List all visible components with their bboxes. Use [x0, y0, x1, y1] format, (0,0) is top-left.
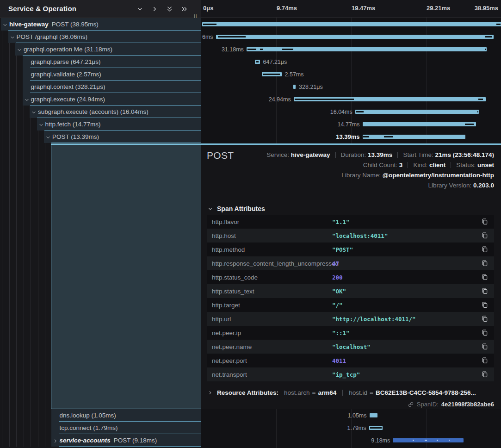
attribute-row: http.url "http://localhost:4011/" [207, 312, 494, 326]
span-tree-row[interactable]: tcp.connect (1.79ms) [0, 422, 201, 434]
span-duration-bar[interactable] [293, 85, 296, 89]
span-attributes-accordion[interactable]: Span Attributes [208, 205, 265, 212]
span-row-surface: graphql.operation Me (31.18ms) [15, 43, 201, 56]
copy-icon[interactable] [481, 301, 489, 309]
expand-chevron-icon[interactable] [17, 46, 22, 52]
expand-chevron-icon[interactable] [53, 437, 58, 443]
copy-icon[interactable] [481, 260, 489, 267]
span-duration-bar[interactable] [255, 60, 260, 64]
child-span-tick [218, 36, 246, 37]
collapse-one-chevron-down-icon[interactable] [136, 6, 143, 12]
span-row-text: POST /graphql (36.06ms) [17, 31, 88, 43]
duration-value: 13.39ms [368, 151, 392, 158]
copy-icon[interactable] [481, 274, 489, 281]
span-tree-row[interactable]: graphql.context (328.21μs) [0, 81, 201, 93]
span-timeline-row[interactable]: 1.79ms [201, 422, 501, 434]
attribute-row: net.transport "ip_tcp" [207, 367, 494, 381]
span-operation-label: subgraph.execute (accounts) (16.04ms) [38, 108, 148, 115]
expand-chevron-icon[interactable] [24, 96, 30, 102]
detail-meta-line-2: Child Count: 3Kind: clientStatus: unset [266, 160, 494, 170]
span-tree-panel: hive-gateway POST (38.95ms) POST /graphq… [0, 0, 201, 448]
copy-icon[interactable] [481, 343, 489, 350]
expand-all-double-chevron-right-icon[interactable] [181, 6, 188, 12]
span-timeline-row[interactable]: 24.94ms [201, 93, 501, 106]
span-duration-bar[interactable] [369, 426, 383, 430]
equals-sign: = [370, 389, 373, 396]
span-tree-row[interactable]: dns.lookup (1.05ms) [0, 409, 201, 422]
copy-icon[interactable] [481, 329, 489, 336]
span-duration-bar[interactable] [247, 47, 487, 51]
span-tree-row[interactable]: POST (13.39ms) [0, 131, 201, 143]
span-timeline-row[interactable]: 14.77ms [201, 118, 501, 131]
span-duration-bar[interactable] [355, 110, 479, 114]
span-timeline-row[interactable]: 2.57ms [201, 68, 501, 81]
span-duration-bar[interactable] [363, 122, 476, 126]
span-tree-row[interactable]: subgraph.execute (accounts) (16.04ms) [0, 106, 201, 118]
span-timeline-row[interactable]: 6ms [201, 31, 501, 43]
attribute-row: http.target "/" [207, 298, 494, 312]
copy-icon[interactable] [481, 218, 489, 225]
span-timeline-row[interactable]: 13.39ms [201, 131, 501, 143]
kind-label: Kind: [413, 162, 427, 168]
span-timeline-row[interactable]: 328.21μs [201, 81, 501, 93]
span-duration-bar[interactable] [294, 97, 486, 101]
span-row-text: graphql.parse (647.21μs) [31, 56, 101, 68]
attribute-key: http.status_code [207, 274, 332, 281]
copy-icon[interactable] [481, 315, 489, 323]
span-row-surface: service-accounts POST (9.18ms) [51, 434, 201, 447]
span-row-text: hive-gateway POST (38.95ms) [9, 18, 99, 30]
span-duration-bar[interactable] [363, 135, 466, 139]
span-timeline-row[interactable]: 9.18ms [201, 434, 501, 447]
axis-tick-label: 0μs [203, 5, 213, 12]
expand-one-chevron-right-icon[interactable] [151, 6, 158, 12]
span-tree-row[interactable]: service-accounts POST (9.18ms) [0, 434, 201, 447]
span-operation-label: POST /graphql (36.06ms) [17, 33, 88, 40]
resource-value: BC62E13B-C4CC-5854-9788-256... [376, 389, 476, 396]
link-icon[interactable] [408, 401, 414, 408]
copy-icon[interactable] [481, 357, 489, 364]
span-tree-row[interactable]: POST /graphql (36.06ms) [0, 31, 201, 43]
chevron-down-icon [208, 206, 213, 212]
span-duration-bar[interactable] [262, 72, 282, 76]
copy-icon[interactable] [481, 232, 489, 239]
span-row-text: service-accounts POST (9.18ms) [60, 434, 157, 446]
span-timeline-row[interactable] [201, 18, 501, 31]
span-tree-row[interactable]: http.fetch (14.77ms) [0, 118, 201, 131]
span-row-surface: POST (13.39ms) [44, 131, 201, 143]
attribute-value: "OK" [332, 288, 346, 295]
collapse-all-double-chevron-down-icon[interactable] [166, 6, 173, 12]
attribute-key: http.response_content_length_uncompresse… [207, 260, 332, 267]
span-timeline-row[interactable]: 1.05ms [201, 409, 501, 422]
span-tree-row[interactable]: graphql.execute (24.94ms) [0, 93, 201, 106]
span-tree-row[interactable]: graphql.parse (647.21μs) [0, 56, 201, 68]
expand-chevron-icon[interactable] [45, 134, 51, 139]
span-timeline-row[interactable]: 647.21μs [201, 56, 501, 68]
library-version-label: Library Version: [428, 182, 471, 189]
span-duration-bar[interactable] [393, 438, 464, 442]
expand-chevron-icon[interactable] [10, 34, 15, 39]
expand-chevron-icon[interactable] [2, 21, 8, 27]
span-tree-row[interactable]: graphql.validate (2.57ms) [0, 68, 201, 81]
attribute-value: "localhost" [332, 343, 371, 350]
divider [342, 390, 343, 396]
divider [451, 162, 451, 168]
resource-key: host.arch [284, 389, 310, 396]
expand-chevron-icon[interactable] [31, 109, 37, 114]
span-timeline-row[interactable]: 31.18ms [201, 43, 501, 56]
span-timeline-row[interactable]: 16.04ms [201, 106, 501, 118]
span-tree-row[interactable]: hive-gateway POST (38.95ms) [0, 18, 201, 31]
copy-icon[interactable] [481, 287, 489, 295]
attribute-key: http.host [207, 232, 332, 239]
span-duration-bar[interactable] [370, 413, 377, 417]
span-row-surface: graphql.validate (2.57ms) [23, 68, 201, 81]
span-duration-bar[interactable] [202, 22, 501, 26]
resource-attributes-row[interactable]: Resource Attributes: host.arch = arm64 h… [208, 389, 476, 396]
span-duration-bar[interactable] [216, 35, 494, 39]
span-tree-row[interactable]: graphql.operation Me (31.18ms) [0, 43, 201, 56]
copy-icon[interactable] [481, 246, 489, 253]
copy-icon[interactable] [481, 371, 489, 378]
span-operation-label: POST (38.95ms) [52, 21, 99, 28]
attribute-value: 4011 [332, 357, 346, 364]
expand-chevron-icon[interactable] [38, 121, 44, 127]
attribute-row: http.status_text "OK" [207, 284, 494, 298]
